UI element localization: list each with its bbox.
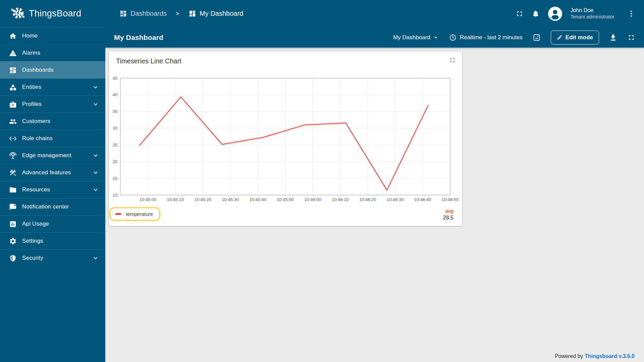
y-axis-tick-label: 25 bbox=[113, 142, 117, 147]
rule-chains-icon bbox=[9, 135, 17, 142]
profiles-icon bbox=[9, 101, 17, 108]
x-axis-tick-label: 10:46:40 bbox=[414, 197, 431, 202]
api-usage-icon bbox=[9, 220, 17, 228]
breadcrumb-separator: > bbox=[176, 11, 179, 17]
sidebar-item-label: Resources bbox=[22, 186, 50, 193]
sidebar-item-label: Security bbox=[22, 255, 43, 261]
sidebar-item-resources[interactable]: Resources bbox=[0, 181, 105, 198]
avatar[interactable] bbox=[548, 6, 562, 21]
timewindow-button[interactable]: Realtime - last 2 minutes bbox=[449, 34, 523, 41]
sidebar-item-customers[interactable]: Customers bbox=[0, 113, 105, 130]
sidebar-item-label: Entities bbox=[22, 84, 41, 90]
sidebar-item-entities[interactable]: Entities bbox=[0, 78, 105, 96]
image-icon[interactable] bbox=[533, 34, 541, 42]
timeseries-line-chart[interactable]: 101520253035404510:45:0010:45:1010:45:20… bbox=[111, 76, 460, 204]
chevron-down-icon bbox=[92, 152, 99, 159]
sidebar-item-notification-center[interactable]: Notification center bbox=[0, 198, 105, 215]
breadcrumb-dashboards[interactable]: Dashboards bbox=[119, 10, 167, 17]
alarms-icon bbox=[9, 49, 17, 57]
app-title: ThingsBoard bbox=[29, 8, 81, 19]
x-axis-tick-label: 10:46:00 bbox=[304, 197, 321, 202]
sidebar-item-rule-chains[interactable]: Rule chains bbox=[0, 130, 105, 147]
notification-center-icon bbox=[9, 203, 17, 211]
y-axis-tick-label: 30 bbox=[113, 126, 117, 131]
sidebar-item-api-usage[interactable]: Api Usage bbox=[0, 215, 105, 232]
avg-label: avg bbox=[443, 208, 453, 215]
sidebar-item-advanced-features[interactable]: Advanced features bbox=[0, 164, 105, 181]
chevron-down-icon bbox=[92, 186, 99, 193]
y-axis-tick-label: 35 bbox=[113, 109, 117, 114]
widget-title: Timeseries Line Chart bbox=[116, 57, 181, 65]
sidebar-item-profiles[interactable]: Profiles bbox=[0, 96, 105, 113]
legend-label: temperature bbox=[126, 211, 153, 217]
breadcrumb-my-dashboard[interactable]: My Dashboard bbox=[189, 10, 243, 17]
chevron-down-icon bbox=[92, 169, 99, 176]
x-axis-tick-label: 10:45:30 bbox=[222, 197, 239, 202]
chevron-down-icon bbox=[92, 254, 99, 262]
sidebar-item-alarms[interactable]: Alarms bbox=[0, 44, 105, 61]
sidebar-item-label: Customers bbox=[22, 118, 50, 125]
chevron-down-icon bbox=[92, 83, 99, 91]
chart-line-temperature bbox=[140, 97, 428, 190]
x-axis-tick-label: 10:45:20 bbox=[194, 197, 211, 202]
sidebar-item-label: Profiles bbox=[22, 101, 42, 108]
series-color-dash bbox=[115, 213, 121, 215]
x-axis-tick-label: 10:45:40 bbox=[249, 197, 266, 202]
x-axis-tick-label: 10:45:10 bbox=[167, 197, 184, 202]
sidebar-item-label: Rule chains bbox=[22, 135, 53, 142]
sidebar-item-settings[interactable]: Settings bbox=[0, 232, 105, 249]
sidebar: ThingsBoard HomeAlarmsDashboardsEntities… bbox=[0, 0, 105, 362]
user-name: John Doe bbox=[571, 7, 614, 14]
x-axis-tick-label: 10:46:10 bbox=[332, 197, 349, 202]
sidebar-item-dashboards[interactable]: Dashboards bbox=[0, 61, 105, 78]
breadcrumb: Dashboards > My Dashboard bbox=[119, 10, 243, 17]
top-header: Dashboards > My Dashboard John Doe Tenan… bbox=[105, 0, 644, 48]
x-axis-tick-label: 10:46:20 bbox=[359, 197, 376, 202]
app-logo[interactable]: ThingsBoard bbox=[0, 0, 105, 27]
security-icon bbox=[9, 254, 17, 262]
thingsboard-version-link[interactable]: Thingsboard v.3.6.0 bbox=[585, 353, 635, 359]
clock-icon bbox=[449, 34, 457, 41]
aggregation-block: avg 28.5 bbox=[443, 208, 453, 222]
advanced-features-icon bbox=[9, 169, 17, 177]
widget-fullscreen-icon[interactable] bbox=[449, 57, 456, 64]
user-info[interactable]: John Doe Tenant administrator bbox=[571, 7, 614, 20]
more-vert-icon[interactable] bbox=[627, 10, 635, 18]
user-role: Tenant administrator bbox=[571, 14, 614, 20]
legend-item-temperature[interactable]: temperature bbox=[110, 207, 160, 221]
timeseries-widget: Timeseries Line Chart 101520253035404510… bbox=[109, 52, 462, 226]
sidebar-item-label: Home bbox=[22, 33, 38, 39]
download-icon[interactable] bbox=[609, 34, 617, 42]
y-axis-tick-label: 45 bbox=[113, 76, 117, 81]
sidebar-menu: HomeAlarmsDashboardsEntitiesProfilesCust… bbox=[0, 27, 105, 266]
x-axis-tick-label: 10:46:50 bbox=[442, 197, 459, 202]
sidebar-item-label: Dashboards bbox=[22, 67, 54, 73]
dashboard-icon bbox=[119, 10, 127, 17]
powered-by-footer: Powered by Thingsboard v.3.6.0 bbox=[555, 353, 635, 359]
dashboard-icon bbox=[189, 10, 196, 17]
sidebar-item-label: Alarms bbox=[22, 50, 40, 56]
thingsboard-logo-icon bbox=[10, 5, 25, 22]
fullscreen-icon[interactable] bbox=[627, 34, 635, 42]
settings-icon bbox=[9, 237, 17, 245]
y-axis-tick-label: 20 bbox=[113, 159, 117, 164]
sidebar-item-label: Edge management bbox=[22, 152, 71, 159]
sidebar-item-label: Api Usage bbox=[22, 221, 49, 227]
fullscreen-icon[interactable] bbox=[516, 10, 524, 18]
sidebar-item-edge-management[interactable]: Edge management bbox=[0, 147, 105, 164]
dashboard-canvas: Timeseries Line Chart 101520253035404510… bbox=[105, 48, 644, 362]
x-axis-tick-label: 10:45:50 bbox=[277, 197, 294, 202]
dashboard-toolbar: My Dashboard My Dashboard Realtime - las… bbox=[105, 27, 644, 48]
breadcrumb-bar: Dashboards > My Dashboard John Doe Tenan… bbox=[105, 0, 644, 27]
sidebar-item-label: Settings bbox=[22, 238, 43, 244]
resources-icon bbox=[9, 186, 17, 194]
y-axis-tick-label: 10 bbox=[113, 193, 117, 198]
dashboard-select[interactable]: My Dashboard bbox=[393, 34, 439, 41]
chevron-down-icon bbox=[92, 101, 99, 108]
dashboards-icon bbox=[9, 66, 17, 74]
edit-mode-button[interactable]: Edit mode bbox=[551, 31, 599, 45]
notifications-bell-icon[interactable] bbox=[532, 10, 540, 18]
sidebar-item-home[interactable]: Home bbox=[0, 27, 105, 44]
home-icon bbox=[9, 32, 17, 40]
sidebar-item-security[interactable]: Security bbox=[0, 249, 105, 266]
